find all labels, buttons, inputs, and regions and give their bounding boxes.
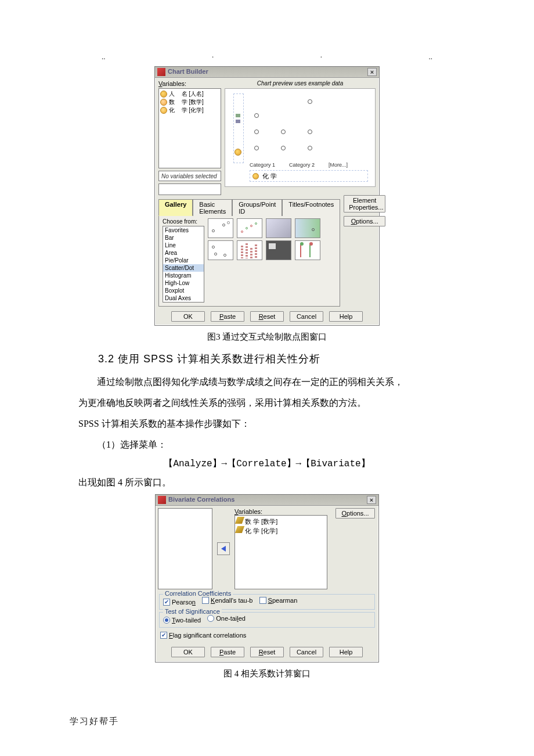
thumb-3d-scatter[interactable]: [266, 240, 291, 260]
gallery-panel: Choose from: Favorites Bar Line Area Pie…: [158, 215, 340, 307]
no-variable-selected: No variables selected: [158, 171, 221, 181]
thumb-matrix-scatter[interactable]: [266, 218, 291, 238]
y-axis-dropzone[interactable]: [233, 93, 244, 163]
variables-label: Variables:: [158, 80, 221, 87]
categories-box[interactable]: [158, 183, 221, 195]
bv-variables-label: Variables:: [234, 508, 327, 515]
x-axis-var-label: 化 学: [262, 172, 277, 181]
bv-button-row: OK Paste Reset Cancel Help: [156, 647, 378, 662]
figure3-caption: 图3 通过交互式绘制散点图窗口: [78, 332, 456, 343]
choose-from-label: Choose from:: [163, 218, 204, 225]
x-axis-dropzone[interactable]: 化 学: [250, 170, 368, 182]
source-variables-list[interactable]: [158, 508, 212, 589]
flag-significant-checkbox[interactable]: ✔Flag significant correlations: [160, 632, 246, 639]
preview-caption: Chart preview uses example data: [225, 80, 376, 88]
thumb-stacked-dot[interactable]: [237, 240, 262, 260]
list-item[interactable]: 数 学 [数学]: [160, 98, 219, 106]
tab-basic-elements[interactable]: Basic Elements: [193, 199, 232, 216]
close-icon[interactable]: ×: [367, 68, 377, 76]
test-of-significance-group: Test of Significance Two-tailed One-tail…: [159, 612, 375, 628]
arrow-left-icon: [221, 546, 226, 552]
nominal-icon: [160, 99, 167, 106]
list-item[interactable]: Line: [163, 242, 204, 249]
list-item[interactable]: 化 学 [化学]: [236, 526, 326, 535]
paragraph: SPSS 计算相关系数的基本操作步骤如下：: [78, 415, 456, 433]
ok-button[interactable]: OK: [171, 311, 205, 322]
chart-builder-dialog: Chart Builder × Variables: 人 名 [人名] 数 学 …: [154, 66, 380, 326]
nominal-icon: [234, 149, 241, 156]
reset-button[interactable]: Reset: [250, 311, 284, 322]
one-tailed-radio[interactable]: One-tailed: [207, 615, 246, 622]
bv-titlebar[interactable]: Bivariate Correlations ×: [156, 495, 378, 506]
options-button[interactable]: Options...: [344, 216, 385, 226]
group-legend: Test of Significance: [163, 608, 222, 615]
cb-titlebar[interactable]: Chart Builder ×: [155, 67, 379, 78]
list-item[interactable]: Scatter/Dot: [163, 264, 204, 272]
paste-button[interactable]: Paste: [211, 647, 244, 657]
nominal-icon: [160, 107, 167, 114]
page-footer: 学习好帮手: [70, 716, 119, 727]
list-item[interactable]: High-Low: [163, 279, 204, 287]
paragraph: （1）选择菜单：: [78, 435, 456, 454]
list-item[interactable]: Pie/Polar: [163, 257, 204, 264]
gallery-type-list[interactable]: Favorites Bar Line Area Pie/Polar Scatte…: [163, 226, 204, 303]
bv-title: Bivariate Correlations: [168, 496, 234, 503]
thumb-drop-line[interactable]: [295, 240, 320, 260]
list-item[interactable]: Boxplot: [163, 287, 204, 294]
app-icon: [157, 68, 165, 76]
thumb-overlay-scatter[interactable]: [295, 218, 320, 238]
thumb-simple-dot[interactable]: [208, 240, 233, 260]
cb-tabs: Gallery Basic Elements Groups/Point ID T…: [158, 199, 340, 215]
close-icon[interactable]: ×: [367, 496, 376, 504]
cb-button-row: OK Paste Reset Cancel Help: [158, 311, 376, 322]
tab-groups-point-id[interactable]: Groups/Point ID: [232, 199, 282, 216]
cancel-button[interactable]: Cancel: [290, 647, 323, 657]
nominal-icon: [252, 173, 259, 179]
spearman-checkbox[interactable]: Spearman: [259, 597, 298, 604]
chart-preview[interactable]: Category 1 Category 2 [More...] 化 学: [225, 88, 376, 187]
list-item[interactable]: 人 名 [人名]: [160, 90, 219, 98]
nominal-icon: [160, 91, 167, 98]
variables-list[interactable]: 人 名 [人名] 数 学 [数学] 化 学 [化学]: [158, 88, 221, 168]
selected-variables-list[interactable]: 数 学 [数学] 化 学 [化学]: [234, 515, 327, 589]
list-item[interactable]: Favorites: [163, 226, 204, 234]
pearson-checkbox[interactable]: ✔Pearson: [163, 599, 196, 606]
cb-title: Chart Builder: [168, 68, 208, 75]
section-3-2-heading: 3.2 使用 SPSS 计算相关系数进行相关性分析: [98, 352, 456, 366]
gallery-thumbnails: [208, 218, 336, 303]
list-item[interactable]: 数 学 [数学]: [236, 517, 326, 526]
bv-options-button[interactable]: Options...: [335, 508, 375, 519]
two-tailed-radio[interactable]: Two-tailed: [163, 617, 201, 624]
paragraph: 通过绘制散点图得知化学成绩与数学成绩之间存在一定的正的弱相关关系，: [78, 373, 456, 391]
scatter-points: [250, 96, 368, 160]
thumb-grouped-scatter[interactable]: [237, 218, 262, 238]
move-left-button[interactable]: [217, 542, 230, 555]
ruler-icon: [236, 120, 240, 123]
app-icon: [158, 496, 166, 504]
tab-titles-footnotes[interactable]: Titles/Footnotes: [282, 199, 340, 216]
tab-gallery[interactable]: Gallery: [158, 199, 193, 216]
list-item[interactable]: 化 学 [化学]: [160, 106, 219, 114]
thumb-simple-scatter[interactable]: [208, 218, 233, 238]
element-properties-button[interactable]: Element Properties...: [344, 195, 385, 213]
cancel-button[interactable]: Cancel: [290, 311, 323, 322]
paragraph: 为更准确地反映两者之间线性关系的强弱，采用计算相关系数的方法。: [78, 394, 456, 412]
scale-icon: [235, 526, 244, 533]
list-item[interactable]: Bar: [163, 234, 204, 242]
menu-path: 【Analyze】→【Correlate】→【Bivariate】: [78, 458, 456, 470]
ruler-icon: [236, 114, 240, 117]
correlation-coefficients-group: Correlation Coefficients ✔Pearson Kendal…: [159, 594, 375, 610]
kendall-checkbox[interactable]: Kendall's tau-b: [202, 597, 252, 604]
ok-button[interactable]: OK: [171, 647, 205, 657]
list-item[interactable]: Area: [163, 249, 204, 257]
help-button[interactable]: Help: [329, 647, 363, 657]
reset-button[interactable]: Reset: [250, 647, 284, 657]
bivariate-dialog: Bivariate Correlations × Variables: 数 学 …: [155, 494, 379, 663]
figure4-caption: 图 4 相关系数计算窗口: [78, 668, 456, 679]
page-header-dots: ..· ·..: [78, 52, 456, 66]
paste-button[interactable]: Paste: [211, 311, 244, 322]
list-item[interactable]: Histogram: [163, 272, 204, 279]
help-button[interactable]: Help: [329, 311, 363, 322]
list-item[interactable]: Dual Axes: [163, 294, 204, 302]
group-legend: Correlation Coefficients: [163, 590, 233, 597]
